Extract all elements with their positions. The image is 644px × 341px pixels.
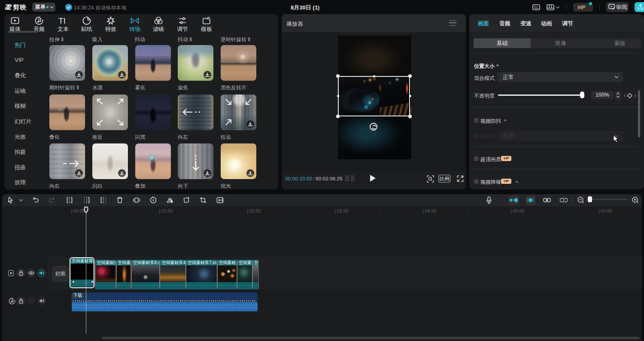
svg-text:VIP: VIP [577,5,585,9]
svg-text:TI: TI [58,16,66,25]
